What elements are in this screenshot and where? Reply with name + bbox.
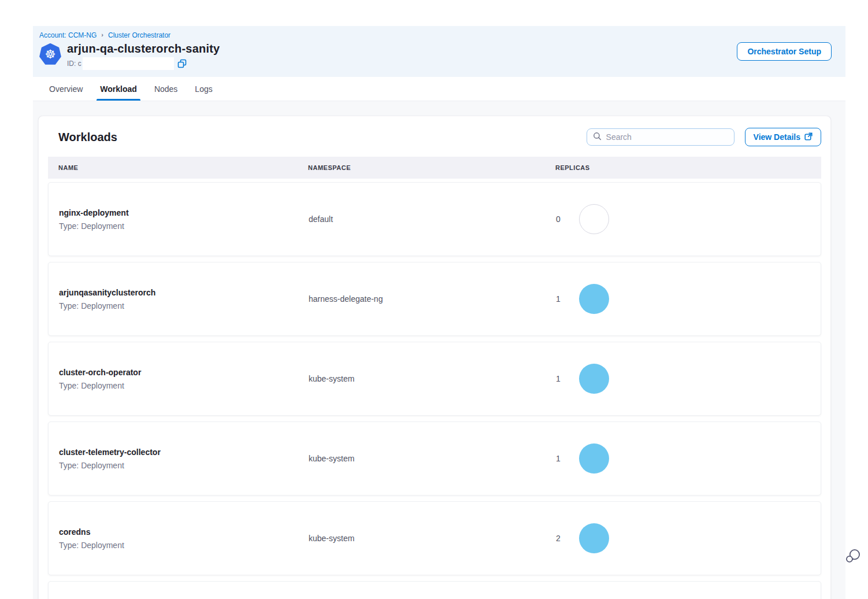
table-row[interactable]: cluster-telemetry-collector Type: Deploy… (48, 421, 821, 496)
tab-workload[interactable]: Workload (100, 77, 137, 101)
workload-namespace: harness-delegate-ng (309, 294, 556, 304)
breadcrumb: Account: CCM-NG › Cluster Orchestrator (39, 31, 832, 39)
replica-count: 0 (556, 215, 561, 224)
workloads-panel: Workloads View Details (38, 116, 831, 599)
replica-status-circle (579, 364, 609, 394)
cluster-header: Account: CCM-NG › Cluster Orchestrator ☸… (33, 26, 845, 77)
workload-namespace: kube-system (309, 374, 556, 383)
tab-nodes[interactable]: Nodes (154, 77, 177, 101)
column-header-namespace: NAMESPACE (308, 164, 555, 171)
workload-type: Type: Deployment (59, 301, 309, 310)
breadcrumb-section-link[interactable]: Cluster Orchestrator (108, 31, 170, 39)
breadcrumb-chevron-icon: › (101, 31, 103, 38)
chat-help-icon[interactable] (845, 548, 861, 564)
workload-type: Type: Deployment (59, 381, 309, 390)
workload-rows: nginx-deployment Type: Deployment defaul… (48, 182, 821, 599)
search-input[interactable] (606, 132, 728, 142)
search-box[interactable] (587, 128, 735, 146)
column-header-name: NAME (48, 164, 308, 171)
replica-count: 1 (556, 374, 561, 383)
table-row-partial[interactable] (48, 581, 821, 599)
workload-namespace: kube-system (309, 534, 556, 543)
table-row[interactable]: cluster-orch-operator Type: Deployment k… (48, 342, 821, 416)
table-row[interactable]: arjunqasanityclusterorch Type: Deploymen… (48, 262, 821, 336)
app-frame: Account: CCM-NG › Cluster Orchestrator ☸… (33, 26, 845, 599)
workload-namespace: kube-system (309, 454, 556, 463)
workload-name: nginx-deployment (59, 208, 309, 217)
copy-icon[interactable] (177, 59, 187, 68)
workload-name: cluster-telemetry-collector (59, 448, 309, 457)
page-title: arjun-qa-clusterorch-sanity (67, 42, 220, 56)
workload-name: arjunqasanityclusterorch (59, 288, 309, 297)
orchestrator-setup-button[interactable]: Orchestrator Setup (737, 42, 832, 61)
search-icon (593, 132, 602, 143)
workload-type: Type: Deployment (59, 541, 309, 550)
table-row[interactable]: nginx-deployment Type: Deployment defaul… (48, 182, 821, 256)
replica-status-circle (579, 284, 609, 314)
column-header-replicas: REPLICAS (555, 164, 821, 171)
table-header: NAME NAMESPACE REPLICAS (48, 157, 821, 179)
cluster-id-label: ID: c (67, 60, 81, 68)
replica-count: 1 (556, 454, 561, 463)
table-row[interactable]: coredns Type: Deployment kube-system 2 (48, 501, 821, 575)
replica-status-circle (579, 523, 609, 553)
tab-bar: Overview Workload Nodes Logs (33, 77, 845, 101)
workload-type: Type: Deployment (59, 221, 309, 231)
workload-name: cluster-orch-operator (59, 368, 309, 377)
workload-name: coredns (59, 527, 309, 537)
replica-status-circle (579, 443, 609, 474)
svg-text:☸: ☸ (44, 47, 55, 61)
replica-count: 2 (556, 534, 561, 543)
external-link-icon (804, 132, 813, 142)
view-details-button[interactable]: View Details (745, 128, 821, 146)
content-area: Workloads View Details (33, 101, 845, 599)
tab-overview[interactable]: Overview (49, 77, 83, 101)
workload-namespace: default (309, 215, 556, 224)
replica-count: 1 (556, 294, 561, 304)
cluster-id-redacted-value (83, 57, 174, 70)
breadcrumb-account-link[interactable]: Account: CCM-NG (39, 31, 97, 39)
replica-status-circle (579, 204, 609, 234)
kubernetes-icon: ☸ (39, 43, 61, 65)
workloads-title: Workloads (58, 131, 117, 144)
tab-logs[interactable]: Logs (195, 77, 212, 101)
workload-type: Type: Deployment (59, 461, 309, 470)
